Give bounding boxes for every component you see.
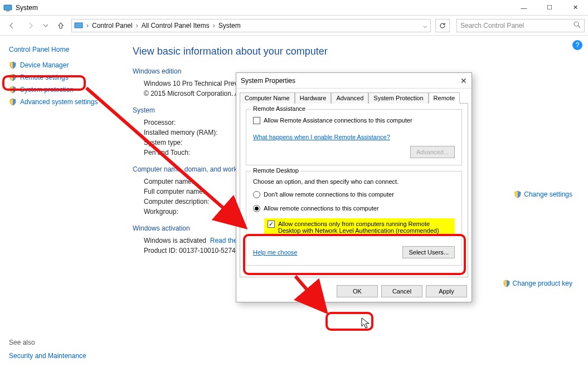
cancel-button[interactable]: Cancel <box>381 285 422 297</box>
sidebar-advanced-settings[interactable]: Advanced system settings <box>9 96 108 108</box>
window-titlebar: System — ☐ ✕ <box>0 0 588 16</box>
system-icon <box>3 3 12 12</box>
dialog-button-row: OK Cancel Apply <box>236 281 472 302</box>
tab-computer-name[interactable]: Computer Name <box>240 92 295 104</box>
breadcrumb-item[interactable]: Control Panel <box>92 22 133 30</box>
tab-system-protection[interactable]: System Protection <box>368 92 428 104</box>
system-properties-dialog: System Properties ✕ Computer Name Hardwa… <box>236 72 472 302</box>
checkbox-nla[interactable] <box>268 221 275 228</box>
search-input[interactable]: Search Control Panel <box>456 19 585 32</box>
tab-remote[interactable]: Remote <box>429 92 460 104</box>
label-allow: Allow remote connections to this compute… <box>264 205 379 212</box>
chevron-right-icon: › <box>135 22 139 30</box>
svg-rect-0 <box>4 5 12 10</box>
chevron-right-icon: › <box>212 22 216 30</box>
sidebar: Control Panel Home Device Manager Remote… <box>0 36 117 372</box>
shield-icon <box>503 280 511 287</box>
shield-icon <box>514 190 522 198</box>
back-button[interactable] <box>3 18 20 33</box>
button-select-users[interactable]: Select Users... <box>402 246 455 258</box>
shield-icon <box>9 74 17 81</box>
svg-rect-1 <box>6 11 9 12</box>
forward-button[interactable] <box>22 18 39 33</box>
recent-dropdown[interactable] <box>41 18 50 33</box>
group-remote-desktop: Remote Desktop Choose an option, and the… <box>246 171 462 266</box>
minimize-button[interactable]: — <box>511 0 537 16</box>
label-nla: Allow connections only from computers ru… <box>278 221 451 234</box>
sidebar-device-manager[interactable]: Device Manager <box>9 59 108 71</box>
ok-button[interactable]: OK <box>337 285 378 297</box>
label-dont-allow: Don't allow remote connections to this c… <box>264 191 394 198</box>
maximize-button[interactable]: ☐ <box>537 0 562 16</box>
read-terms-link[interactable]: Read the <box>210 237 237 244</box>
search-placeholder: Search Control Panel <box>460 22 524 30</box>
breadcrumb-item[interactable]: System <box>218 22 241 30</box>
search-icon <box>574 21 581 30</box>
radio-allow[interactable] <box>253 205 260 212</box>
shield-icon <box>9 98 17 106</box>
chevron-down-icon[interactable]: ⌵ <box>422 22 428 30</box>
product-id: Product ID: 00137-10010-52743-A <box>144 247 246 254</box>
up-button[interactable] <box>52 18 69 33</box>
sidebar-system-protection[interactable]: System protection <box>9 84 108 96</box>
breadcrumb-item[interactable]: All Control Panel Items <box>142 22 210 30</box>
window-title: System <box>16 4 38 12</box>
sidebar-remote-settings[interactable]: Remote settings <box>9 71 108 84</box>
activation-status: Windows is activated <box>144 237 206 244</box>
svg-line-4 <box>578 26 580 28</box>
tab-hardware[interactable]: Hardware <box>295 92 332 104</box>
address-bar[interactable]: › Control Panel › All Control Panel Item… <box>71 19 431 32</box>
edition-line1: Windows 10 Pro Technical Previ <box>144 80 239 87</box>
page-heading: View basic information about your comput… <box>133 46 572 57</box>
control-panel-icon <box>74 21 83 30</box>
change-settings-link[interactable]: Change settings <box>514 190 572 198</box>
tab-advanced[interactable]: Advanced <box>331 92 368 104</box>
button-ra-advanced[interactable]: Advanced... <box>410 146 455 158</box>
group-remote-assistance: Remote Assistance Allow Remote Assistanc… <box>246 109 462 165</box>
link-help-me-choose[interactable]: Help me choose <box>253 249 298 256</box>
refresh-button[interactable] <box>435 19 450 32</box>
label-remote-assistance: Allow Remote Assistance connections to t… <box>264 117 412 124</box>
svg-point-3 <box>574 22 579 26</box>
dialog-titlebar: System Properties ✕ <box>236 73 472 89</box>
see-also-label: See also <box>9 339 86 346</box>
shield-icon <box>9 61 17 69</box>
toolbar: › Control Panel › All Control Panel Item… <box>0 16 588 36</box>
edition-line2: © 2015 Microsoft Corporation. A <box>144 90 239 97</box>
svg-rect-2 <box>75 23 82 28</box>
see-also-security[interactable]: Security and Maintenance <box>9 350 86 362</box>
close-button[interactable]: ✕ <box>562 0 588 16</box>
checkbox-remote-assistance[interactable] <box>253 117 260 124</box>
dialog-tabs: Computer Name Hardware Advanced System P… <box>236 89 472 103</box>
dialog-close-button[interactable]: ✕ <box>460 76 467 85</box>
chevron-right-icon: › <box>85 22 90 30</box>
tab-body-remote: Remote Assistance Allow Remote Assistanc… <box>240 103 468 277</box>
link-ra-what-happens[interactable]: What happens when I enable Remote Assist… <box>253 134 390 140</box>
apply-button[interactable]: Apply <box>426 285 467 297</box>
shield-icon <box>9 86 17 94</box>
change-product-key-link[interactable]: Change product key <box>503 280 572 287</box>
rd-instruction: Choose an option, and then specify who c… <box>253 177 455 189</box>
control-panel-home-link[interactable]: Control Panel Home <box>9 43 108 59</box>
dialog-title: System Properties <box>241 77 295 85</box>
radio-dont-allow[interactable] <box>253 191 260 198</box>
